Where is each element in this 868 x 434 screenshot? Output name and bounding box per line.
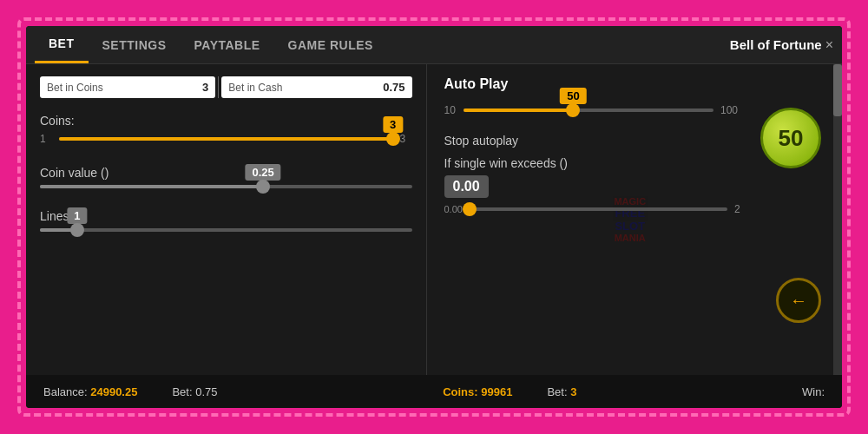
coins-slider-row: 1 3 3 <box>40 133 412 145</box>
autoplay-fill <box>464 108 574 112</box>
autoplay-thumb[interactable] <box>566 103 580 117</box>
outer-border: BET SETTINGS PAYTABLE GAME RULES Bell of… <box>17 17 851 417</box>
coins-track[interactable]: 3 <box>59 137 393 141</box>
single-win-min-label: 0.00 <box>444 204 463 214</box>
coin-value-fill <box>40 185 263 188</box>
coins-bubble: 3 <box>383 116 403 133</box>
status-bet-value: 0.75 <box>195 385 217 398</box>
coins-label: Coins: <box>40 114 412 128</box>
status-bar: Balance: 24990.25 Bet: 0.75 Coins: 99961… <box>26 375 842 408</box>
single-win-slider-row: 0.00 2 <box>444 203 817 215</box>
coin-value-bubble: 0.25 <box>245 164 280 181</box>
coin-value-track[interactable]: 0.25 <box>40 185 412 188</box>
coins-fill <box>59 137 393 141</box>
coin-value-slider-section: Coin value () 0.25 <box>40 166 412 188</box>
watermark-slot: SLOT <box>614 220 646 233</box>
left-panel: Bet in Coins 3 Bet in Cash 0.75 Coins: 1 <box>26 64 427 375</box>
status-coins: Coins: 99961 <box>443 385 512 398</box>
content-area: Bet in Coins 3 Bet in Cash 0.75 Coins: 1 <box>26 64 842 375</box>
lines-slider-row: 1 <box>40 228 412 232</box>
main-container: BET SETTINGS PAYTABLE GAME RULES Bell of… <box>26 26 842 408</box>
coins-thumb[interactable] <box>386 132 400 146</box>
coins-slider-section: Coins: 1 3 3 <box>40 114 412 145</box>
status-coins-value: 99961 <box>481 385 512 398</box>
autoplay-circle-button[interactable]: 50 <box>760 108 821 168</box>
autoplay-max-label: 100 <box>720 104 738 116</box>
coin-value-slider-row: 0.25 <box>40 185 412 188</box>
bet-in-coins-label: Bet in Coins <box>47 82 103 94</box>
tab-paytable[interactable]: PAYTABLE <box>181 28 274 62</box>
scrollbar[interactable] <box>833 64 842 375</box>
single-win-thumb[interactable] <box>463 202 477 216</box>
back-arrow-icon: ← <box>790 291 807 311</box>
single-win-track[interactable] <box>470 207 727 211</box>
status-bet: Bet: 0.75 <box>172 385 217 398</box>
tab-bet[interactable]: BET <box>35 26 89 63</box>
status-win-label: Win: <box>802 385 825 398</box>
status-bet-label: Bet: <box>172 385 192 398</box>
bet-in-coins-value: 3 <box>202 81 208 94</box>
bet-in-cash-value: 0.75 <box>383 81 404 94</box>
tab-game-rules[interactable]: GAME RULES <box>274 28 387 62</box>
status-win: Win: <box>802 385 825 398</box>
scroll-thumb[interactable] <box>833 64 842 116</box>
single-win-value: 0.00 <box>444 175 489 198</box>
stop-autoplay-section: Stop autoplay If single win exceeds () 0… <box>444 134 817 215</box>
status-bet2-value: 3 <box>570 385 576 398</box>
coins-min-label: 1 <box>40 133 52 145</box>
lines-label: Lines <box>40 209 412 223</box>
status-balance: Balance: 24990.25 <box>43 385 137 398</box>
input-divider <box>218 76 219 98</box>
status-balance-value: 24990.25 <box>90 385 137 398</box>
right-panel: MAGIC FREE SLOT MANIA Auto Play 10 50 10… <box>427 64 834 375</box>
status-coins-label: Coins: <box>443 385 477 398</box>
autoplay-track[interactable]: 50 <box>464 108 713 112</box>
bet-in-coins-box: Bet in Coins 3 <box>40 76 215 98</box>
game-title: Bell of Fortune <box>730 37 822 52</box>
nav-bar: BET SETTINGS PAYTABLE GAME RULES Bell of… <box>26 26 842 64</box>
bet-in-cash-label: Bet in Cash <box>228 82 282 94</box>
status-bet2-label: Bet: <box>547 385 567 398</box>
coin-value-label: Coin value () <box>40 166 412 180</box>
lines-thumb[interactable] <box>70 223 84 237</box>
lines-bubble: 1 <box>67 207 87 224</box>
status-bet2: Bet: 3 <box>547 385 576 398</box>
autoplay-slider-row: 10 50 100 <box>444 104 817 116</box>
lines-track[interactable]: 1 <box>40 228 412 232</box>
watermark-mania: MANIA <box>614 233 646 243</box>
autoplay-title: Auto Play <box>444 76 817 92</box>
back-button[interactable]: ← <box>776 278 821 323</box>
tab-settings[interactable]: SETTINGS <box>89 28 181 62</box>
single-win-max-label: 2 <box>734 203 746 215</box>
coin-value-thumb[interactable] <box>256 180 270 194</box>
close-button[interactable]: × <box>825 37 833 53</box>
coins-max-label: 3 <box>400 133 412 145</box>
autoplay-bubble: 50 <box>560 88 586 104</box>
status-balance-label: Balance: <box>43 385 88 398</box>
autoplay-min-label: 10 <box>444 104 457 116</box>
single-win-label: If single win exceeds () <box>444 156 817 170</box>
bet-inputs-row: Bet in Coins 3 Bet in Cash 0.75 <box>40 76 412 98</box>
bet-in-cash-box: Bet in Cash 0.75 <box>221 76 411 98</box>
autoplay-circle-value: 50 <box>779 125 804 152</box>
lines-slider-section: Lines 1 <box>40 209 412 232</box>
